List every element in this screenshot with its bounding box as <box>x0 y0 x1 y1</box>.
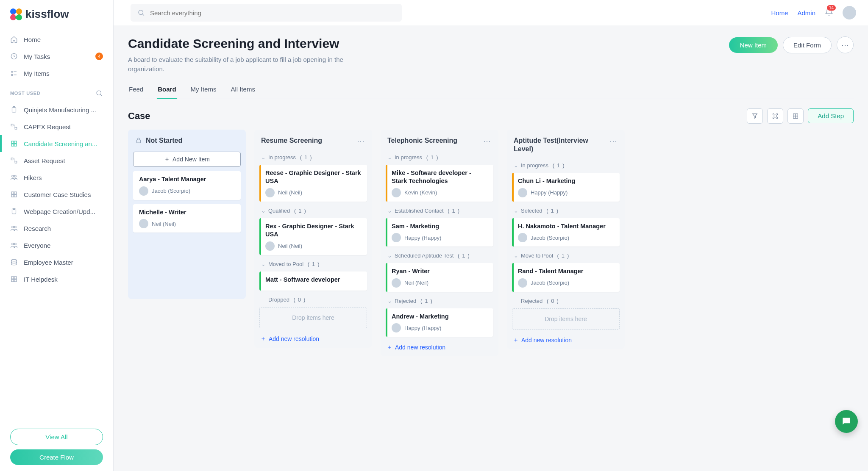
candidate-card[interactable]: Ryan - Writer Neil (Neil) <box>386 263 493 292</box>
brand-logo[interactable]: kissflow <box>0 8 113 31</box>
candidate-card[interactable]: Reese - Graphic Designer - Stark USA Nei… <box>259 165 367 202</box>
section-header[interactable]: ⌄ Selected (1) <box>512 206 620 214</box>
nav-home[interactable]: Home <box>0 31 113 48</box>
section-header[interactable]: ⌄ In progress (1) <box>386 152 493 161</box>
candidate-card[interactable]: Andrew - Marketing Happy (Happy) <box>386 308 493 337</box>
candidate-card[interactable]: Rand - Talent Manager Jacob (Scorpio) <box>512 263 620 292</box>
chat-fab[interactable] <box>835 410 858 433</box>
add-resolution-button[interactable]: ＋Add new resolution <box>512 334 620 345</box>
more-actions-button[interactable]: ⋯ <box>837 36 854 53</box>
section-header[interactable]: ⌄ In progress (1) <box>259 152 367 161</box>
create-flow-button[interactable]: Create Flow <box>10 449 103 465</box>
top-link-admin[interactable]: Admin <box>797 9 815 17</box>
svg-rect-40 <box>137 140 141 143</box>
most-used-item[interactable]: Hikers <box>0 169 113 186</box>
svg-rect-22 <box>14 195 17 197</box>
assignee-avatar <box>392 188 401 197</box>
nav-my-items[interactable]: My Items <box>0 65 113 82</box>
candidate-card[interactable]: Matt - Software developer <box>259 272 367 291</box>
assignee-name: Neil (Neil) <box>152 221 176 227</box>
most-used-item[interactable]: Everyone <box>0 237 113 254</box>
assignee-avatar <box>392 278 401 288</box>
svg-rect-12 <box>14 141 17 143</box>
db-icon <box>10 258 18 266</box>
most-used-item[interactable]: IT Helpdesk <box>0 271 113 288</box>
most-used-item[interactable]: Customer Case Studies <box>0 186 113 203</box>
candidate-card[interactable]: Michelle - Writer Neil (Neil) <box>133 204 241 233</box>
section-label: In progress <box>521 162 548 169</box>
board-column: Aptitude Test(Interview Level)⋯⌄ In prog… <box>507 130 625 349</box>
card-title: H. Nakamoto - Talent Manager <box>518 222 615 231</box>
board-title: Case <box>128 111 150 122</box>
drop-zone[interactable]: Drop items here <box>512 308 620 330</box>
clock-icon <box>10 53 18 60</box>
most-used-item[interactable]: Research <box>0 220 113 237</box>
user-avatar[interactable] <box>843 6 856 19</box>
card-title: Michelle - Writer <box>139 208 236 217</box>
section-header: ⌄ Dropped (0) <box>259 295 367 303</box>
most-used-item[interactable]: Webpage Creation/Upd... <box>0 203 113 220</box>
assignee-avatar <box>139 219 148 228</box>
tab-my-items[interactable]: My Items <box>190 81 217 99</box>
column-menu[interactable]: ⋯ <box>357 136 365 146</box>
candidate-card[interactable]: Rex - Graphic Designer - Stark USA Neil … <box>259 218 367 255</box>
candidate-card[interactable]: H. Nakamoto - Talent Manager Jacob (Scor… <box>512 218 620 247</box>
nav-label: Everyone <box>24 242 50 249</box>
chevron-down-icon: ⌄ <box>261 208 266 214</box>
section-header[interactable]: ⌄ In progress (1) <box>512 161 620 169</box>
section-header[interactable]: ⌄ Rejected (1) <box>386 296 493 304</box>
chevron-down-icon: ⌄ <box>514 252 518 259</box>
svg-point-26 <box>14 226 17 228</box>
new-item-button[interactable]: New Item <box>729 37 778 53</box>
search-input[interactable] <box>150 9 395 17</box>
section-header[interactable]: ⌄ Move to Pool (1) <box>512 251 620 259</box>
most-used-item[interactable]: Candidate Screening an... <box>0 135 113 152</box>
svg-rect-14 <box>14 144 17 146</box>
section-header[interactable]: ⌄ Scheduled Aptitude Test (1) <box>386 251 493 259</box>
most-used-item[interactable]: Asset Request <box>0 152 113 169</box>
add-resolution-button[interactable]: ＋Add new resolution <box>386 341 493 352</box>
candidate-card[interactable]: Aarya - Talent Manager Jacob (Scorpio) <box>133 171 241 200</box>
svg-point-5 <box>97 91 101 95</box>
view-all-button[interactable]: View All <box>10 429 103 445</box>
most-used-item[interactable]: CAPEX Request <box>0 118 113 135</box>
top-link-home[interactable]: Home <box>771 9 788 17</box>
svg-rect-16 <box>15 161 17 163</box>
candidate-card[interactable]: Mike - Software developer - Stark Techno… <box>386 165 493 202</box>
drop-zone[interactable]: Drop items here <box>259 307 367 328</box>
section-header[interactable]: ⌄ Moved to Pool (1) <box>259 259 367 267</box>
add-resolution-button[interactable]: ＋Add new resolution <box>259 332 367 344</box>
people-icon <box>10 241 18 249</box>
most-used-item[interactable]: Employee Master <box>0 254 113 271</box>
most-used-item[interactable]: Quinjets Manufacturing ... <box>0 101 113 118</box>
svg-point-29 <box>11 259 17 261</box>
add-new-item-button[interactable]: ＋Add New Item <box>133 152 241 167</box>
column-menu[interactable]: ⋯ <box>609 136 618 146</box>
card-title: Rex - Graphic Designer - Stark USA <box>265 222 362 239</box>
tab-feed[interactable]: Feed <box>128 81 144 99</box>
grid-view-button[interactable] <box>787 108 804 124</box>
home-icon <box>10 36 18 43</box>
tab-all-items[interactable]: All Items <box>230 81 256 99</box>
section-label: Rejected <box>395 298 416 304</box>
filter-button[interactable] <box>747 108 763 124</box>
notifications-button[interactable]: 14 <box>825 8 833 18</box>
nav-my-tasks[interactable]: My Tasks4 <box>0 48 113 65</box>
candidate-card[interactable]: Chun Li - Marketing Happy (Happy) <box>512 173 620 202</box>
edit-form-button[interactable]: Edit Form <box>783 37 832 53</box>
assignee-avatar <box>139 186 148 196</box>
search-icon[interactable] <box>95 89 103 97</box>
svg-point-27 <box>12 243 14 245</box>
column-title: Resume Screening <box>261 136 353 145</box>
section-header[interactable]: ⌄ Qualified (1) <box>259 206 367 214</box>
focus-button[interactable] <box>767 108 783 124</box>
candidate-card[interactable]: Sam - Marketing Happy (Happy) <box>386 218 493 247</box>
global-search[interactable] <box>131 4 402 22</box>
people-icon <box>10 224 18 232</box>
column-menu[interactable]: ⋯ <box>483 136 492 146</box>
add-step-button[interactable]: Add Step <box>808 108 854 123</box>
svg-point-34 <box>139 10 143 15</box>
section-header[interactable]: ⌄ Established Contact (1) <box>386 206 493 214</box>
nav-label: Research <box>24 225 51 232</box>
tab-board[interactable]: Board <box>157 81 177 99</box>
